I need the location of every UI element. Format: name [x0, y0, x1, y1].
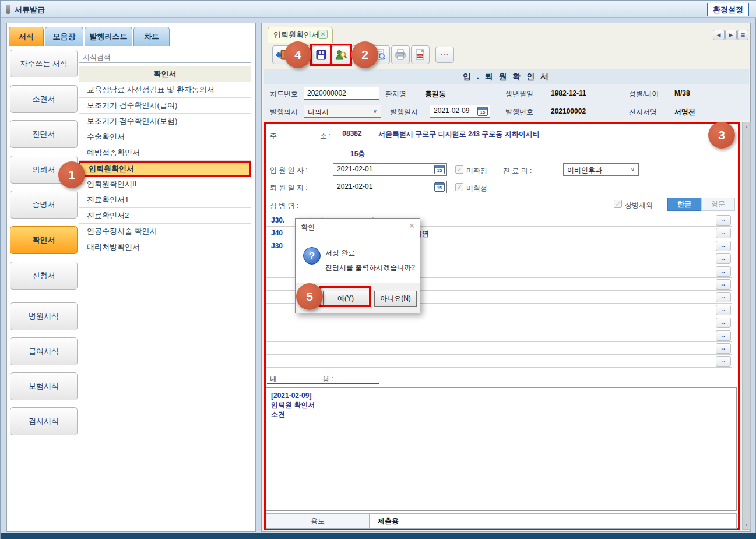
list-item[interactable]: 대리처방확인서: [79, 239, 251, 255]
category-diagnosis[interactable]: 진단서: [10, 120, 78, 148]
usage-value-field[interactable]: 제출용: [369, 513, 737, 529]
english-button[interactable]: 영문: [701, 198, 735, 211]
disease-lookup-button[interactable]: ..: [716, 330, 731, 341]
disease-exclude-label: 상병제외: [625, 200, 653, 210]
disease-row[interactable]: ..: [266, 342, 732, 355]
discharge-date-input[interactable]: 2021-02-01 15: [333, 181, 447, 193]
discharge-unconfirmed-checkbox[interactable]: ✓: [455, 183, 463, 191]
admission-date-label: 입 원 일 자 :: [270, 165, 308, 175]
list-item[interactable]: 보조기기 검수확인서(보험): [79, 114, 251, 129]
list-item[interactable]: 예방접종확인서: [79, 145, 251, 161]
department-label: 진 료 과 :: [503, 166, 532, 176]
disease-lookup-button[interactable]: ..: [716, 318, 731, 328]
issue-date-label: 발행일자: [390, 107, 418, 117]
settings-button[interactable]: 환경설정: [707, 3, 749, 16]
chart-no-label: 차트번호: [270, 89, 298, 99]
disease-lookup-button[interactable]: ..: [716, 241, 731, 251]
title-bar: 서류발급: [1, 1, 756, 18]
department-select-value: 이비인후과: [567, 166, 602, 174]
category-salary-form[interactable]: 급여서식: [10, 337, 78, 365]
zip-code-field[interactable]: 08382: [333, 129, 371, 140]
more-tools-button[interactable]: ···: [435, 47, 454, 63]
issue-no-value: 202100002: [551, 107, 586, 115]
calendar-icon[interactable]: 15: [434, 182, 445, 192]
dialog-title: 확인: [301, 223, 315, 232]
category-insurance-form[interactable]: 보험서식: [10, 372, 78, 400]
tab-forms[interactable]: 서식: [9, 27, 44, 46]
disease-lookup-button[interactable]: ..: [716, 228, 731, 238]
list-item[interactable]: 인공수정시술 확인서: [79, 224, 251, 239]
address-line1-field[interactable]: 서울특별시 구로구 디지털로 243 구로동 지하이시티: [374, 129, 734, 140]
calendar-icon[interactable]: 15: [434, 165, 445, 174]
disease-lookup-button[interactable]: ..: [716, 279, 731, 290]
category-hospital-form[interactable]: 병원서식: [10, 302, 78, 330]
disease-lookup-button[interactable]: ..: [716, 253, 731, 264]
disease-lookup-button[interactable]: ..: [716, 292, 731, 302]
list-item-selected[interactable]: 입퇴원확인서: [79, 161, 251, 177]
korean-button[interactable]: 한글: [667, 198, 701, 211]
category-certificate[interactable]: 증명서: [10, 191, 78, 219]
content-scrollbar[interactable]: ▲ ▼: [742, 122, 751, 530]
address-label-1: 주: [270, 131, 277, 141]
list-item[interactable]: 진료확인서1: [79, 192, 251, 208]
no-button[interactable]: 아니요(N): [374, 291, 417, 307]
app-window: 서류발급 환경설정 서식 모음장 발행리스트 차트 자주쓰는 서식 소견서 진단…: [0, 0, 756, 539]
printer-icon: [394, 48, 407, 61]
scroll-down-icon[interactable]: ▼: [743, 523, 750, 527]
list-header: 확인서: [79, 66, 251, 82]
doctor-select-value: 나의사: [308, 108, 329, 116]
tab-close-icon[interactable]: ✕: [318, 30, 328, 39]
disease-name-label: 상 병 명 :: [270, 201, 298, 211]
dialog-message-2: 진단서를 출력하시겠습니까?: [325, 263, 415, 273]
tab-menu-button[interactable]: ≡: [737, 30, 748, 40]
department-select[interactable]: 이비인후과 ∨: [563, 163, 639, 176]
list-item[interactable]: 진료확인서2: [79, 208, 251, 224]
patient-name-value: 홍길동: [425, 89, 446, 99]
tab-issue-list[interactable]: 발행리스트: [85, 27, 132, 46]
status-bar: [1, 533, 756, 539]
prev-tab-button[interactable]: ◀: [713, 30, 725, 40]
tab-collection[interactable]: 모음장: [45, 27, 83, 46]
category-application[interactable]: 신청서: [10, 262, 78, 290]
doctor-label: 발행의사: [270, 107, 298, 117]
disease-row[interactable]: ..: [266, 355, 732, 368]
category-exam-form[interactable]: 검사서식: [10, 407, 78, 435]
list-item[interactable]: 보조기기 검수확인서(급여): [79, 98, 251, 114]
issue-date-input[interactable]: 2021-02-09 15: [430, 105, 490, 118]
chart-no-input[interactable]: [304, 87, 379, 100]
esign-value: 서명전: [674, 107, 695, 117]
content-label-2: 용 :: [322, 374, 333, 384]
annotation-badge-4: 4: [284, 41, 311, 68]
tab-chart[interactable]: 차트: [133, 27, 170, 46]
disease-lookup-button[interactable]: ..: [716, 215, 731, 226]
form-search-input[interactable]: [79, 51, 251, 63]
category-confirmation[interactable]: 확인서: [10, 226, 78, 254]
disease-lookup-button[interactable]: ..: [716, 266, 731, 277]
calendar-icon[interactable]: 15: [477, 107, 488, 116]
annotation-box-yes-button: [319, 286, 371, 307]
scroll-up-icon[interactable]: ▲: [743, 125, 750, 129]
category-frequent[interactable]: 자주쓰는 서식: [10, 50, 78, 77]
address-line2-field[interactable]: 15층: [348, 149, 734, 160]
disease-lookup-button[interactable]: ..: [716, 305, 731, 315]
content-textarea[interactable]: [2021-02-09] 입퇴원 확인서 소견: [266, 387, 737, 511]
disease-exclude-checkbox[interactable]: ✓: [614, 200, 622, 208]
dialog-close-icon[interactable]: ✕: [409, 221, 415, 230]
disease-lookup-button[interactable]: ..: [716, 356, 731, 367]
disease-row[interactable]: ..: [266, 329, 732, 342]
list-item[interactable]: 교육상담료 사전점검표 및 환자동의서: [79, 82, 251, 98]
pdf-export-button[interactable]: PDF: [411, 45, 430, 64]
disease-row[interactable]: ..: [266, 316, 732, 329]
category-opinion[interactable]: 소견서: [10, 85, 78, 113]
print-button[interactable]: [391, 45, 410, 64]
dialog-message-1: 저장 완료: [325, 248, 355, 258]
list-item[interactable]: 입퇴원확인서II: [79, 177, 251, 192]
next-tab-button[interactable]: ▶: [725, 30, 737, 40]
admission-unconfirmed-checkbox[interactable]: ✓: [455, 165, 463, 174]
pdf-file-icon: PDF: [414, 48, 427, 61]
admission-date-input[interactable]: 2021-02-01 15: [333, 163, 447, 176]
list-item[interactable]: 수술확인서: [79, 129, 251, 145]
doctor-select[interactable]: 나의사 ∨: [304, 105, 381, 118]
disease-lookup-button[interactable]: ..: [716, 343, 731, 354]
content-label-1: 내: [270, 374, 277, 384]
